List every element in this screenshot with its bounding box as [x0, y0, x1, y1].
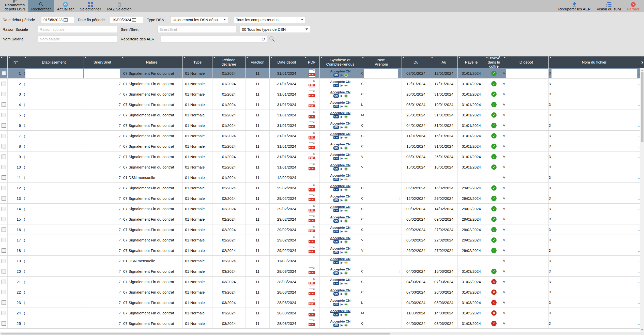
- selectionner-button[interactable]: Sélectionner: [77, 0, 104, 12]
- types-dsn-select[interactable]: 00 Tous les types de DSN: [240, 26, 310, 33]
- compte-rendu-link[interactable]: Acceptée CN: [330, 80, 350, 83]
- compte-rendu-link[interactable]: Acceptée CN: [330, 153, 350, 156]
- table-row[interactable]: 4(707 Signalement Fin du contrat01 Norma…: [0, 99, 640, 110]
- cn-badge[interactable]: CN: [333, 282, 339, 285]
- scroll-up-icon[interactable]: ▲: [640, 68, 644, 72]
- pdf-icon[interactable]: [309, 90, 315, 98]
- pdf-icon[interactable]: [309, 69, 315, 77]
- play-icon[interactable]: [341, 136, 343, 139]
- row-checkbox[interactable]: [2, 311, 6, 315]
- play-icon[interactable]: [341, 116, 343, 118]
- row-checkbox[interactable]: [2, 280, 6, 284]
- compte-rendu-link[interactable]: Acceptée CN: [330, 90, 350, 94]
- play-icon[interactable]: [341, 105, 343, 108]
- pdf-icon[interactable]: [309, 247, 315, 254]
- date-fin-input[interactable]: 19/09/2024: [110, 16, 143, 23]
- pdf-icon[interactable]: [309, 194, 315, 202]
- compte-rendu-link[interactable]: Acceptée CN: [330, 205, 350, 208]
- play-icon[interactable]: [341, 262, 343, 264]
- cn-badge[interactable]: CN: [333, 178, 339, 181]
- play-icon[interactable]: [341, 189, 343, 191]
- row-checkbox[interactable]: [2, 207, 6, 211]
- play-icon[interactable]: [341, 241, 343, 243]
- column-header-au[interactable]: Au: [430, 56, 458, 68]
- table-row[interactable]: 12(707 Signalement Fin du contrat01 Norm…: [0, 183, 640, 193]
- cn-badge[interactable]: CN: [333, 94, 339, 98]
- cn-badge[interactable]: CN: [333, 230, 339, 233]
- fermer-button[interactable]: ✕ Fermer: [624, 0, 642, 12]
- table-row[interactable]: 25(707 Signalement Fin du contrat01 Norm…: [0, 318, 640, 329]
- table-row[interactable]: 3(707 Signalement Fin du contrat01 Norma…: [0, 89, 640, 99]
- column-header-siren[interactable]: Siren/Siret: [84, 56, 121, 68]
- column-header-etab[interactable]: Etablissement: [24, 56, 84, 68]
- column-header-file[interactable]: Nom du fichier: [549, 56, 640, 68]
- row-checkbox[interactable]: [2, 175, 6, 180]
- compte-rendu-link[interactable]: Acceptée CN: [330, 70, 350, 73]
- pdf-icon[interactable]: [309, 184, 315, 192]
- column-header-fraction[interactable]: Fraction: [246, 56, 270, 68]
- pdf-icon[interactable]: [309, 80, 315, 87]
- play-icon[interactable]: [341, 251, 343, 254]
- comptes-rendus-select[interactable]: Tous les comptes-rendus: [234, 16, 306, 23]
- calendar-icon[interactable]: [64, 18, 68, 22]
- pdf-icon[interactable]: [309, 319, 315, 327]
- compte-rendu-link[interactable]: Acceptée CN: [330, 236, 350, 240]
- column-header-coffre[interactable]: Envoyédans lecoffre: [485, 56, 503, 68]
- table-row[interactable]: 7(707 Signalement Fin du contrat01 Norma…: [0, 131, 640, 141]
- table-row[interactable]: 15(707 Signalement Fin du contrat01 Norm…: [0, 214, 640, 224]
- play-icon[interactable]: [341, 157, 343, 160]
- table-row[interactable]: 23(707 Signalement Fin du contrat01 Norm…: [0, 297, 640, 308]
- raison-sociale-input[interactable]: [38, 26, 117, 33]
- play-icon[interactable]: [341, 293, 343, 295]
- browse-search-icon[interactable]: [269, 36, 275, 42]
- cn-badge[interactable]: CN: [333, 303, 339, 306]
- row-checkbox[interactable]: [2, 113, 6, 117]
- cn-badge[interactable]: CN: [333, 146, 339, 150]
- cn-badge[interactable]: CN: [333, 84, 339, 87]
- cn-badge[interactable]: CN: [333, 157, 339, 160]
- table-row[interactable]: 20(707 Signalement Fin du contrat01 Norm…: [0, 266, 640, 277]
- pdf-icon[interactable]: [309, 299, 315, 306]
- play-icon[interactable]: [341, 209, 343, 212]
- compte-rendu-link[interactable]: Acceptée CN: [330, 226, 350, 229]
- row-checkbox[interactable]: [2, 290, 6, 294]
- column-header-id[interactable]: ID dépôt: [503, 56, 549, 68]
- table-row[interactable]: 22(707 Signalement Fin du contrat01 Norm…: [0, 287, 640, 297]
- cn-badge[interactable]: CN: [333, 115, 339, 118]
- column-header-depot[interactable]: Date dépôt: [270, 56, 304, 68]
- compte-rendu-link[interactable]: Acceptée CN: [330, 101, 350, 104]
- table-row[interactable]: 18(707 Signalement Fin du contrat01 Norm…: [0, 245, 640, 256]
- recuperer-les-aer-button[interactable]: Récupérer les AER: [555, 0, 594, 12]
- cn-badge[interactable]: CN: [333, 261, 339, 264]
- cn-badge[interactable]: CN: [333, 73, 339, 77]
- table-row[interactable]: 16(707 Signalement Fin du contrat01 Norm…: [0, 224, 640, 235]
- play-icon[interactable]: [341, 282, 343, 285]
- pdf-icon[interactable]: [309, 163, 315, 171]
- rechercher-button[interactable]: Rechercher: [28, 0, 54, 12]
- row-checkbox[interactable]: [2, 227, 6, 232]
- scroll-down-icon[interactable]: ▼: [640, 328, 644, 332]
- compte-rendu-link[interactable]: Acceptée CN: [330, 122, 350, 125]
- play-icon[interactable]: [341, 178, 343, 181]
- column-header-nom[interactable]: NomPrénom: [361, 56, 402, 68]
- cn-badge[interactable]: CN: [333, 136, 339, 139]
- table-row[interactable]: 6(707 Signalement Fin du contrat01 Norma…: [0, 120, 640, 131]
- cn-badge[interactable]: CN: [333, 199, 339, 202]
- cn-badge[interactable]: CN: [333, 292, 339, 296]
- table-row[interactable]: 21(707 Signalement Fin du contrat01 Norm…: [0, 277, 640, 287]
- row-checkbox[interactable]: [2, 144, 6, 148]
- cn-badge[interactable]: CN: [333, 126, 339, 129]
- column-header-du[interactable]: Du: [402, 56, 430, 68]
- row-checkbox[interactable]: [2, 165, 6, 169]
- compte-rendu-link[interactable]: Acceptée CN: [330, 184, 350, 188]
- column-header-paye[interactable]: Payé le: [458, 56, 485, 68]
- row-checkbox[interactable]: [2, 123, 6, 128]
- row-checkbox[interactable]: [2, 238, 6, 242]
- compte-rendu-link[interactable]: Acceptée CN: [330, 268, 350, 271]
- column-header-periode[interactable]: Périodedéclarée: [212, 56, 246, 68]
- compte-rendu-link[interactable]: Acceptée CN: [330, 132, 350, 135]
- cn-badge[interactable]: CN: [333, 188, 339, 191]
- play-icon[interactable]: [341, 272, 343, 275]
- header-scroll-right-icon[interactable]: ❯: [640, 56, 644, 68]
- horizontal-scrollbar[interactable]: [0, 332, 644, 335]
